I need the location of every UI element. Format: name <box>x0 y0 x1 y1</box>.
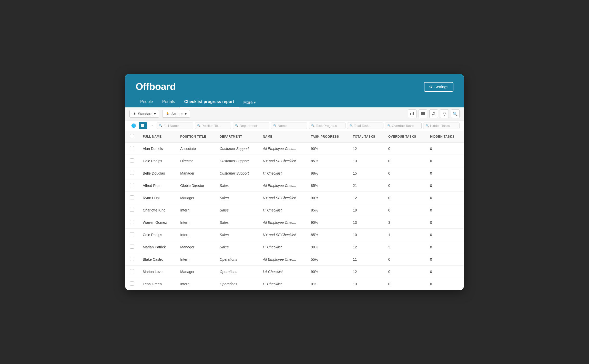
actions-dropdown[interactable]: 🏃 Actions ▾ <box>162 110 190 118</box>
position-title-filter[interactable]: 🔍 <box>195 123 231 129</box>
table-row: Marian Patrick Manager Sales IT Checklis… <box>125 241 464 253</box>
hidden-tasks-cell: 0 <box>426 216 464 229</box>
hidden-tasks-filter[interactable]: 🔍 <box>423 123 460 129</box>
search-icon: 🔍 <box>235 124 239 127</box>
print-button[interactable]: 🖨 <box>429 109 438 118</box>
position-title-header: POSITION TITLE <box>176 131 216 142</box>
columns-button[interactable] <box>419 109 427 118</box>
overdue-tasks-cell: 0 <box>384 192 426 204</box>
task-progress-cell: 85% <box>307 155 349 167</box>
overdue-tasks-cell: 0 <box>384 155 426 167</box>
row-checkbox[interactable] <box>130 257 134 261</box>
department-cell: Operations <box>216 278 259 290</box>
department-filter[interactable]: 🔍 <box>233 123 269 129</box>
nav-item-portals[interactable]: Portals <box>158 97 180 107</box>
search-icon: 🔍 <box>159 124 163 127</box>
search-icon: 🔍 <box>197 124 201 127</box>
position-title-input[interactable] <box>202 124 229 128</box>
row-checkbox[interactable] <box>130 183 134 187</box>
filter-button[interactable]: ▽ <box>440 109 449 118</box>
row-checkbox-cell <box>125 204 139 216</box>
row-checkbox-cell <box>125 278 139 290</box>
name-cell: IT Checklist <box>259 241 307 253</box>
task-progress-filter[interactable]: 🔍 <box>309 123 346 129</box>
table-row: Charlotte King Intern Sales IT Checklist… <box>125 204 464 216</box>
row-checkbox[interactable] <box>130 195 134 199</box>
standard-dropdown[interactable]: 👁 Standard ▾ <box>129 110 159 118</box>
more-label: More <box>243 100 252 105</box>
arrow-icon: → <box>150 124 154 128</box>
row-checkbox[interactable] <box>130 245 134 249</box>
department-cell: Operations <box>216 266 259 278</box>
table-row: Cole Phelps Intern Sales NY and SF Check… <box>125 229 464 241</box>
overdue-tasks-input[interactable] <box>392 124 419 128</box>
full-name-cell: Alfred Rios <box>139 179 176 192</box>
table-row: Marion Love Manager Operations LA Checkl… <box>125 266 464 278</box>
total-tasks-input[interactable] <box>354 124 381 128</box>
nav-item-checklist[interactable]: Checklist progress report <box>180 97 239 107</box>
search-button[interactable]: 🔍 <box>451 109 460 118</box>
full-name-input[interactable] <box>164 124 191 128</box>
settings-button[interactable]: ⚙ Settings <box>424 82 453 92</box>
overdue-tasks-cell: 1 <box>384 229 426 241</box>
total-tasks-cell: 13 <box>349 216 384 229</box>
hidden-tasks-cell: 0 <box>426 179 464 192</box>
row-checkbox-cell <box>125 241 139 253</box>
settings-label: Settings <box>434 85 448 89</box>
nav-item-people[interactable]: People <box>136 97 158 107</box>
bar-chart-button[interactable] <box>408 109 417 118</box>
row-checkbox[interactable] <box>130 158 134 163</box>
name-input[interactable] <box>278 124 305 128</box>
name-cell: All Employee Chec... <box>259 216 307 229</box>
row-checkbox-cell <box>125 266 139 278</box>
table-container: FULL NAME POSITION TITLE DEPARTMENT NAME… <box>125 131 464 290</box>
position-title-cell: Manager <box>176 167 216 179</box>
select-all-checkbox[interactable] <box>130 134 134 138</box>
hidden-tasks-input[interactable] <box>430 124 458 128</box>
task-progress-cell: 90% <box>307 241 349 253</box>
name-cell: IT Checklist <box>259 278 307 290</box>
hidden-tasks-cell: 0 <box>426 253 464 266</box>
name-cell: All Employee Chec... <box>259 253 307 266</box>
task-progress-input[interactable] <box>316 124 343 128</box>
search-icon: 🔍 <box>273 124 277 127</box>
full-name-cell: Warren Gomez <box>139 216 176 229</box>
row-checkbox[interactable] <box>130 220 134 224</box>
department-cell: Sales <box>216 192 259 204</box>
toolbar-left: 👁 Standard ▾ 🏃 Actions ▾ <box>129 110 190 118</box>
checkbox-header <box>125 131 139 142</box>
full-name-filter[interactable]: 🔍 <box>157 123 193 129</box>
row-checkbox[interactable] <box>130 208 134 212</box>
task-progress-cell: 55% <box>307 253 349 266</box>
row-checkbox[interactable] <box>130 146 134 150</box>
department-input[interactable] <box>240 124 267 128</box>
department-cell: Sales <box>216 204 259 216</box>
gear-icon: ⚙ <box>429 85 432 89</box>
row-checkbox-cell <box>125 216 139 229</box>
department-cell: Operations <box>216 253 259 266</box>
total-tasks-cell: 12 <box>349 142 384 155</box>
svg-rect-8 <box>142 124 143 127</box>
globe-view-button[interactable]: 🌐 <box>129 122 138 129</box>
chevron-down-icon: ▾ <box>254 100 256 105</box>
table-row: Ryan Hunt Manager Sales NY and SF Checkl… <box>125 192 464 204</box>
overdue-tasks-filter[interactable]: 🔍 <box>385 123 422 129</box>
task-progress-cell: 0% <box>307 278 349 290</box>
row-checkbox[interactable] <box>130 171 134 175</box>
name-filter[interactable]: 🔍 <box>271 123 308 129</box>
standard-label: Standard <box>138 112 153 116</box>
row-checkbox[interactable] <box>130 269 134 273</box>
nav-item-more[interactable]: More ▾ <box>239 97 260 107</box>
svg-rect-0 <box>410 113 411 115</box>
row-checkbox[interactable] <box>130 281 134 286</box>
total-tasks-filter[interactable]: 🔍 <box>347 123 384 129</box>
columns-view-button[interactable] <box>139 122 147 129</box>
row-checkbox-cell <box>125 253 139 266</box>
row-checkbox[interactable] <box>130 232 134 236</box>
svg-rect-2 <box>413 112 414 115</box>
total-tasks-cell: 10 <box>349 229 384 241</box>
search-icon: 🔍 <box>387 124 391 127</box>
search-icon: 🔍 <box>311 124 315 127</box>
overdue-tasks-cell: 0 <box>384 278 426 290</box>
svg-rect-3 <box>421 112 422 115</box>
